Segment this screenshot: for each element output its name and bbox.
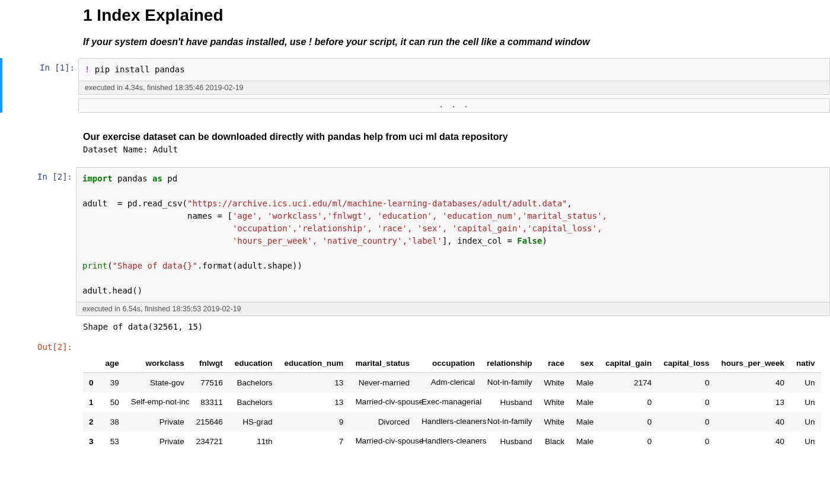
- col-header: workclass: [125, 354, 190, 373]
- code-text: ,: [567, 199, 572, 208]
- cell: 215646: [190, 412, 229, 432]
- table-row: 3 53 Private 234721 11th 7 Married-civ-s…: [83, 432, 821, 451]
- cell-body: import pandas as pd adult = pd.read_csv(…: [76, 167, 830, 316]
- cell: 50: [100, 393, 125, 412]
- cell: 13: [716, 393, 791, 412]
- cell: Private: [125, 412, 190, 432]
- cell: 0: [657, 412, 715, 432]
- cell: Un: [790, 373, 821, 393]
- cell: Married-civ-spouse: [349, 393, 416, 412]
- col-header: age: [100, 354, 125, 373]
- cell: 0: [599, 432, 657, 451]
- cell: Self-emp-not-inc: [125, 393, 190, 412]
- collapsed-output-bar[interactable]: . . .: [78, 98, 830, 113]
- cell: 0: [599, 412, 657, 432]
- cell: 0: [657, 373, 715, 393]
- col-header: capital_gain: [599, 354, 657, 373]
- cell: Male: [570, 412, 599, 432]
- row-index: 0: [83, 373, 100, 393]
- code-text: .format(adult.shape)): [197, 261, 302, 270]
- cell: Never-married: [349, 373, 416, 393]
- kw-import: import: [82, 174, 113, 183]
- cell: 13: [279, 393, 350, 412]
- cell: 83311: [190, 393, 229, 412]
- row-index: 2: [83, 412, 100, 432]
- cell: Male: [570, 393, 599, 412]
- cell: Private: [125, 432, 190, 451]
- col-header: education_num: [279, 354, 350, 373]
- code-text: ], index_col =: [442, 236, 517, 245]
- mid-text-bold: Our exercise dataset can be downloaded d…: [83, 132, 830, 142]
- cell: Divorced: [349, 412, 416, 432]
- dataframe-wrapper: age workclass fnlwgt education education…: [83, 354, 830, 451]
- code-text: names = [: [82, 211, 232, 221]
- execution-footer: executed in 4.34s, finished 18:35:46 201…: [79, 81, 829, 94]
- output-prompt: Out[2]:: [0, 337, 76, 352]
- cell: Un: [790, 393, 821, 412]
- col-header: capital_loss: [657, 354, 715, 373]
- builtin-print: print: [82, 261, 107, 270]
- col-header: hours_per_week: [716, 354, 791, 373]
- cell: Bachelors: [229, 393, 279, 412]
- code-text: [82, 224, 232, 233]
- cell: 2174: [599, 373, 657, 393]
- mid-text-mono: Dataset Name: Adult: [83, 145, 830, 154]
- cell: Husband: [481, 393, 538, 412]
- cell: 7: [279, 432, 350, 451]
- string-literal: 'occupation','relationship', 'race', 'se…: [232, 224, 602, 233]
- cell: Handlers-cleaners: [416, 412, 481, 432]
- cell: Male: [570, 373, 599, 393]
- code-input-area[interactable]: import pandas as pd adult = pd.read_csv(…: [76, 167, 830, 316]
- code-text: (: [107, 261, 112, 270]
- table-header-row: age workclass fnlwgt education education…: [83, 354, 821, 373]
- cell: 9: [279, 412, 350, 432]
- cell: Married-civ-spouse: [349, 432, 416, 451]
- cell: 40: [716, 373, 791, 393]
- code-cell-1[interactable]: In [1]: ! pip install pandas executed in…: [0, 58, 830, 113]
- col-header: sex: [570, 354, 599, 373]
- cell: 13: [279, 373, 350, 393]
- code-input-area[interactable]: ! pip install pandas executed in 4.34s, …: [78, 58, 830, 95]
- cell: 0: [599, 393, 657, 412]
- code-text: [82, 236, 232, 245]
- input-prompt: In [1]:: [2, 58, 78, 72]
- const-false: False: [517, 236, 542, 245]
- code-text: adult = pd.read_csv(: [82, 199, 187, 208]
- table-row: 2 38 Private 215646 HS-grad 9 Divorced H…: [83, 412, 821, 432]
- cell: Black: [538, 432, 570, 451]
- cell: Bachelors: [229, 373, 279, 393]
- col-header: fnlwgt: [190, 354, 229, 373]
- code-text: ): [542, 236, 547, 245]
- code-block[interactable]: import pandas as pd adult = pd.read_csv(…: [76, 168, 829, 302]
- cell: Adm-clerical: [416, 373, 481, 393]
- cell: HS-grad: [229, 412, 279, 432]
- cell: White: [538, 412, 570, 432]
- cell: 0: [657, 432, 715, 451]
- cell: Not-in-family: [481, 373, 538, 393]
- cell: Un: [790, 412, 821, 432]
- code-text: pip install pandas: [90, 65, 184, 74]
- col-header: education: [229, 354, 279, 373]
- col-header: race: [538, 354, 570, 373]
- code-block[interactable]: ! pip install pandas: [79, 59, 829, 81]
- col-header: occupation: [416, 354, 481, 373]
- output-cell-2: Out[2]:: [0, 337, 830, 352]
- col-header: marital_status: [349, 354, 416, 373]
- row-index: 1: [83, 393, 100, 412]
- table-row: 0 39 State-gov 77516 Bachelors 13 Never-…: [83, 373, 821, 393]
- cell: White: [538, 393, 570, 412]
- code-cell-2[interactable]: In [2]: import pandas as pd adult = pd.r…: [0, 167, 830, 316]
- cell-body: ! pip install pandas executed in 4.34s, …: [78, 58, 830, 113]
- cell: 38: [100, 412, 125, 432]
- cell: 11th: [229, 432, 279, 451]
- cell: White: [538, 373, 570, 393]
- intro-note: If your system doesn't have pandas insta…: [83, 37, 830, 47]
- cell: Handlers-cleaners: [416, 432, 481, 451]
- cell: 53: [100, 432, 125, 451]
- cell: Un: [790, 432, 821, 451]
- cell: State-gov: [125, 373, 190, 393]
- row-index: 3: [83, 432, 100, 451]
- col-header: relationship: [481, 354, 538, 373]
- string-literal: "Shape of data{}": [113, 261, 197, 270]
- cell: 234721: [190, 432, 229, 451]
